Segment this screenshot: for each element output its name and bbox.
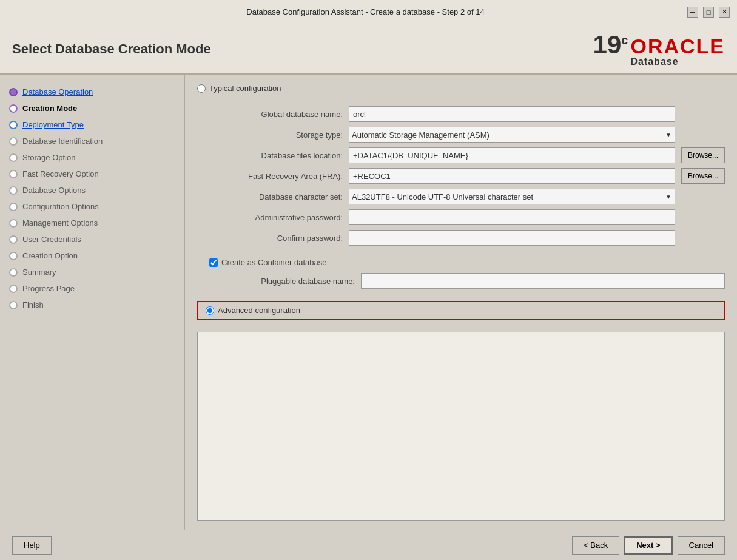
container-db-row[interactable]: Create as Container database <box>209 258 725 267</box>
sidebar-item-configuration-options[interactable]: Configuration Options <box>0 198 184 215</box>
global-db-name-label: Global database name: <box>209 110 343 119</box>
sidebar-item-storage-option[interactable]: Storage Option <box>0 149 184 166</box>
sidebar-dot-database-operation <box>9 88 18 96</box>
sidebar-dot-database-identification <box>9 137 18 146</box>
sidebar-label-summary: Summary <box>22 268 56 277</box>
sidebar-item-database-options[interactable]: Database Options <box>0 182 184 198</box>
sidebar-dot-summary <box>9 268 18 277</box>
typical-config-radio[interactable] <box>197 84 206 93</box>
sidebar-dot-database-options <box>9 186 18 195</box>
back-button[interactable]: < Back <box>572 536 619 555</box>
sidebar-label-creation-mode: Creation Mode <box>22 104 77 113</box>
typical-config-label[interactable]: Typical configuration <box>209 84 281 93</box>
sidebar-item-user-credentials[interactable]: User Credentials <box>0 231 184 248</box>
sidebar-label-database-options: Database Options <box>22 186 86 195</box>
sidebar-label-user-credentials: User Credentials <box>22 235 81 244</box>
sidebar-label-progress-page: Progress Page <box>22 284 75 293</box>
sidebar-label-management-options: Management Options <box>22 218 98 228</box>
sidebar-item-deployment-type[interactable]: Deployment Type <box>0 116 184 133</box>
db-charset-label: Database character set: <box>209 192 343 201</box>
page-title: Select Database Creation Mode <box>12 41 211 57</box>
oracle-database-text: Database <box>630 56 678 67</box>
container-db-label[interactable]: Create as Container database <box>221 258 326 267</box>
pluggable-db-row: Pluggable database name: <box>221 273 725 289</box>
sidebar-item-finish[interactable]: Finish <box>0 297 184 313</box>
admin-password-input[interactable] <box>349 209 675 225</box>
main-content: Database Operation Creation Mode Deploym… <box>0 75 737 530</box>
sidebar-dot-finish <box>9 301 18 309</box>
typical-config-row[interactable]: Typical configuration <box>197 84 725 93</box>
footer: Help < Back Next > Cancel <box>0 530 737 560</box>
sidebar-dot-creation-mode <box>9 104 18 113</box>
typical-config-form: Global database name: Storage type: Auto… <box>209 106 725 246</box>
sidebar-label-deployment-type[interactable]: Deployment Type <box>22 120 84 129</box>
info-box <box>197 332 725 521</box>
db-charset-select-wrapper[interactable]: AL32UTF8 - Unicode UTF-8 Universal chara… <box>349 189 675 204</box>
confirm-password-input[interactable] <box>349 230 675 246</box>
db-files-location-input[interactable] <box>349 147 675 163</box>
sidebar-dot-deployment-type <box>9 121 18 129</box>
oracle-text: ORACLE <box>630 36 725 56</box>
advanced-config-radio[interactable] <box>206 306 214 315</box>
browse-fast-recovery-button[interactable]: Browse... <box>681 168 725 184</box>
window-title: Database Configuration Assistant - Creat… <box>44 7 687 16</box>
oracle-version: 19c <box>593 30 628 59</box>
cancel-button[interactable]: Cancel <box>678 536 725 555</box>
sidebar-label-database-operation[interactable]: Database Operation <box>22 87 93 96</box>
confirm-password-label: Confirm password: <box>209 234 343 243</box>
oracle-brand: ORACLE Database <box>630 36 725 67</box>
sidebar-item-management-options[interactable]: Management Options <box>0 215 184 231</box>
db-charset-select[interactable]: AL32UTF8 - Unicode UTF-8 Universal chara… <box>349 189 675 204</box>
storage-type-label: Storage type: <box>209 130 343 140</box>
sidebar-item-database-identification[interactable]: Database Identification <box>0 133 184 149</box>
minimize-button[interactable]: ─ <box>687 7 698 18</box>
sidebar-label-storage-option: Storage Option <box>22 153 75 162</box>
sidebar-item-progress-page[interactable]: Progress Page <box>0 280 184 297</box>
oracle-logo: 19c ORACLE Database <box>593 30 725 67</box>
footer-right: < Back Next > Cancel <box>572 536 725 555</box>
advanced-config-label[interactable]: Advanced configuration <box>218 306 300 315</box>
sidebar-item-creation-option[interactable]: Creation Option <box>0 248 184 264</box>
sidebar-label-creation-option: Creation Option <box>22 251 78 260</box>
maximize-button[interactable]: □ <box>703 7 714 18</box>
help-button[interactable]: Help <box>12 536 52 555</box>
next-button[interactable]: Next > <box>624 536 672 555</box>
sidebar-item-database-operation[interactable]: Database Operation <box>0 84 184 100</box>
pluggable-db-label: Pluggable database name: <box>221 277 355 286</box>
window-controls[interactable]: ─ □ ✕ <box>687 7 730 18</box>
sidebar-item-fast-recovery-option[interactable]: Fast Recovery Option <box>0 166 184 182</box>
admin-password-label: Administrative password: <box>209 213 343 222</box>
page-header: Select Database Creation Mode 19c ORACLE… <box>0 24 737 75</box>
right-panel: Typical configuration Global database na… <box>185 75 737 530</box>
sidebar-dot-management-options <box>9 219 18 228</box>
sidebar-dot-user-credentials <box>9 235 18 244</box>
sidebar-dot-fast-recovery-option <box>9 170 18 178</box>
container-db-checkbox[interactable] <box>209 258 218 267</box>
sidebar-label-configuration-options: Configuration Options <box>22 202 99 211</box>
advanced-config-section[interactable]: Advanced configuration <box>197 301 725 320</box>
fast-recovery-label: Fast Recovery Area (FRA): <box>209 172 343 181</box>
sidebar-dot-configuration-options <box>9 203 18 211</box>
sidebar-dot-storage-option <box>9 153 18 162</box>
storage-type-select-wrapper[interactable]: Automatic Storage Management (ASM) File … <box>349 127 675 143</box>
db-files-location-label: Database files location: <box>209 151 343 160</box>
sidebar: Database Operation Creation Mode Deploym… <box>0 75 185 530</box>
sidebar-item-creation-mode[interactable]: Creation Mode <box>0 100 184 116</box>
browse-db-files-button[interactable]: Browse... <box>681 147 725 163</box>
sidebar-dot-creation-option <box>9 252 18 260</box>
sidebar-label-database-identification: Database Identification <box>22 137 103 146</box>
pluggable-db-input[interactable] <box>361 273 725 289</box>
sidebar-label-finish: Finish <box>22 300 44 309</box>
footer-left: Help <box>12 536 52 555</box>
fast-recovery-input[interactable] <box>349 168 675 184</box>
global-db-name-input[interactable] <box>349 106 675 122</box>
close-button[interactable]: ✕ <box>719 7 730 18</box>
sidebar-dot-progress-page <box>9 285 18 293</box>
title-bar: Database Configuration Assistant - Creat… <box>0 0 737 24</box>
sidebar-item-summary[interactable]: Summary <box>0 264 184 280</box>
storage-type-select[interactable]: Automatic Storage Management (ASM) File … <box>349 127 675 143</box>
sidebar-label-fast-recovery-option: Fast Recovery Option <box>22 169 99 178</box>
